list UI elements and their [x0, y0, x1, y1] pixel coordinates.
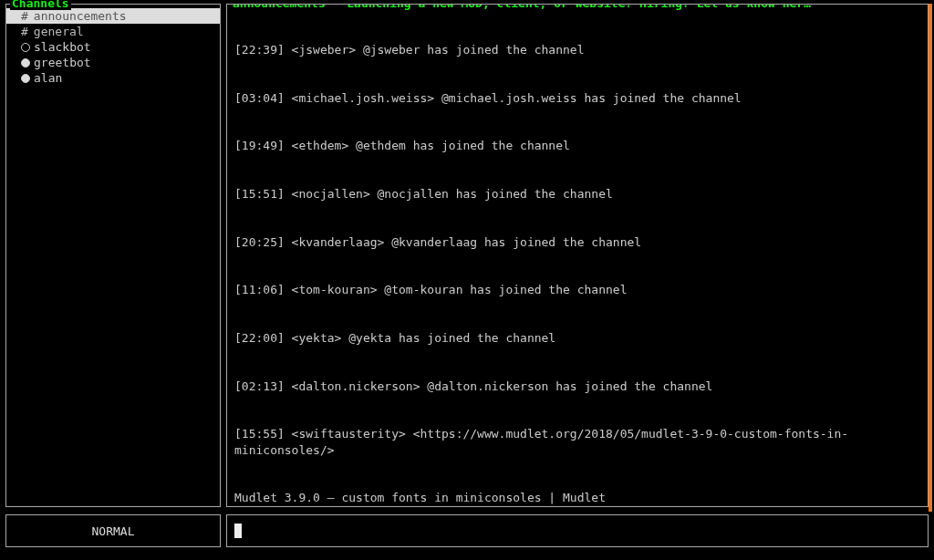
message-log[interactable]: [22:39] <jsweber> @jsweber has joined th… [227, 5, 928, 507]
dm-item-greetbot[interactable]: greetbot [6, 55, 220, 70]
message-line: [02:13] <dalton.nickerson> @dalton.nicke… [234, 379, 920, 395]
mode-label: NORMAL [92, 524, 135, 538]
message-line: [15:51] <nocjallen> @nocjallen has joine… [234, 186, 920, 202]
presence-indicator-icon [21, 74, 30, 83]
channel-name: general [34, 25, 84, 38]
message-line: [03:04] <michael.josh.weiss> @michael.jo… [234, 90, 920, 107]
channel-item-announcements[interactable]: #announcements [6, 8, 220, 24]
message-line: [20:25] <kvanderlaag> @kvanderlaag has j… [234, 234, 920, 251]
presence-indicator-icon [21, 43, 30, 52]
dm-name: greetbot [34, 56, 91, 69]
sidebar-title: Channels [10, 0, 71, 10]
scrollbar-track[interactable] [929, 4, 932, 512]
dm-item-alan[interactable]: alan [6, 70, 220, 86]
channel-item-general[interactable]: #general [6, 24, 220, 39]
message-line: [22:00] <yekta> @yekta has joined the ch… [234, 330, 920, 347]
cursor-icon [234, 524, 242, 538]
presence-indicator-icon [21, 58, 30, 67]
channel-name: announcements [34, 9, 127, 23]
channel-list: #announcements #general slackbot greetbo… [6, 5, 220, 86]
dm-item-slackbot[interactable]: slackbot [6, 39, 220, 55]
mode-indicator: NORMAL [5, 514, 221, 547]
message-input[interactable] [226, 514, 929, 547]
channels-sidebar: Channels #announcements #general slackbo… [5, 4, 221, 507]
message-line: [11:06] <tom-kouran> @tom-kouran has joi… [234, 282, 920, 298]
bottom-row: NORMAL [0, 511, 934, 551]
message-line: [22:39] <jsweber> @jsweber has joined th… [234, 42, 920, 58]
dm-name: alan [34, 71, 62, 85]
channel-header: announcements - Launching a new MUD, cli… [231, 4, 924, 10]
dm-name: slackbot [34, 40, 91, 54]
app-container: Channels #announcements #general slackbo… [0, 0, 934, 511]
message-line: [19:49] <ethdem> @ethdem has joined the … [234, 138, 920, 154]
hash-icon: # [21, 9, 28, 23]
messages-pane: announcements - Launching a new MUD, cli… [226, 4, 929, 507]
message-line: Mudlet 3.9.0 – custom fonts in miniconso… [234, 490, 920, 506]
hash-icon: # [21, 25, 28, 38]
message-line: [15:55] <swiftausterity> <https://www.mu… [234, 426, 920, 458]
